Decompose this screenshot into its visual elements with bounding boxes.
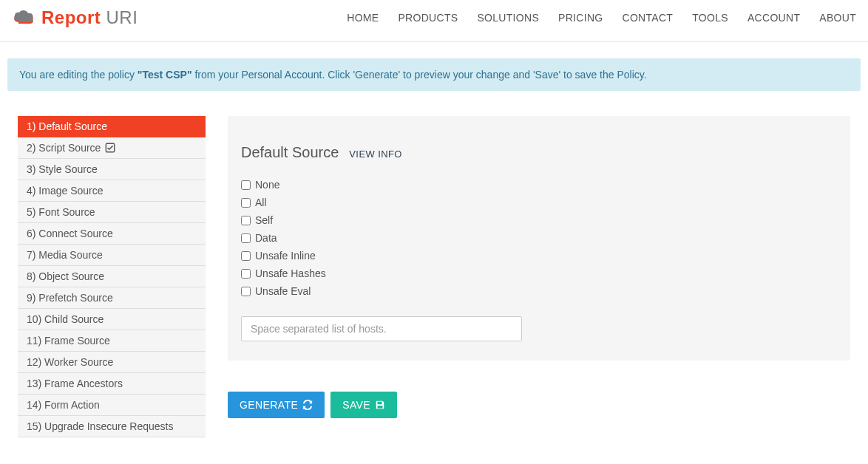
source-option-label: Self [255,214,273,226]
edit-policy-alert: You are editing the policy "Test CSP" fr… [7,58,861,91]
sidebar-item-label: 6) Connect Source [27,228,113,239]
source-option-checkbox[interactable] [241,269,251,279]
action-buttons: GENERATE SAVE [228,392,850,418]
sidebar-item[interactable]: 3) Style Source [18,159,206,180]
sidebar-item[interactable]: 11) Frame Source [18,330,206,352]
source-option-label: Unsafe Inline [255,250,316,262]
save-button[interactable]: SAVE [330,392,397,418]
sidebar-item-label: 15) Upgrade Insecure Requests [27,420,173,432]
source-option[interactable]: Unsafe Eval [241,285,837,297]
cloud-icon [12,9,37,27]
nav-products[interactable]: PRODUCTS [398,12,458,24]
sidebar-item-label: 8) Object Source [27,270,104,282]
panel-header: Default Source VIEW INFO [241,144,837,161]
sidebar-item-label: 9) Prefetch Source [27,292,113,304]
save-icon [375,400,385,410]
panel-title: Default Source [241,144,339,161]
nav-home[interactable]: HOME [347,12,379,24]
sidebar-item-label: 14) Form Action [27,399,100,411]
source-option-checkbox[interactable] [241,251,251,261]
sidebar-item[interactable]: 15) Upgrade Insecure Requests [18,416,206,437]
save-label: SAVE [342,399,370,411]
source-option[interactable]: Unsafe Hashes [241,267,837,279]
nav-account[interactable]: ACCOUNT [747,12,800,24]
sidebar-item[interactable]: 12) Worker Source [18,352,206,373]
source-option[interactable]: None [241,179,837,191]
check-icon [105,143,115,153]
source-option[interactable]: Data [241,232,837,244]
sidebar-item-label: 10) Child Source [27,313,104,325]
sidebar-item[interactable]: 13) Frame Ancestors [18,373,206,395]
sidebar-item-label: 4) Image Source [27,185,104,197]
nav-solutions[interactable]: SOLUTIONS [477,12,539,24]
source-option-checkbox[interactable] [241,287,251,296]
sidebar-item-label: 13) Frame Ancestors [27,378,123,389]
directive-panel: Default Source VIEW INFO NoneAllSelfData… [228,116,850,361]
source-options: NoneAllSelfDataUnsafe InlineUnsafe Hashe… [241,179,837,297]
sidebar-item[interactable]: 4) Image Source [18,180,206,202]
source-option-checkbox[interactable] [241,216,251,225]
sidebar-item-label: 2) Script Source [27,142,101,154]
sidebar-item-label: 3) Style Source [27,163,98,175]
sidebar-item-label: 7) Media Source [27,249,103,261]
nav-contact[interactable]: CONTACT [623,12,674,24]
source-option-checkbox[interactable] [241,180,251,190]
hosts-input[interactable] [241,316,522,341]
content: 1) Default Source2) Script Source3) Styl… [0,91,868,437]
source-option-checkbox[interactable] [241,233,251,243]
sidebar-item[interactable]: 2) Script Source [18,137,206,159]
source-option-label: Data [255,232,277,244]
source-option-label: Unsafe Eval [255,285,311,297]
generate-button[interactable]: GENERATE [228,392,325,418]
logo[interactable]: Report URI [12,7,138,28]
sidebar-item[interactable]: 1) Default Source [18,116,206,137]
sidebar-item-label: 12) Worker Source [27,356,113,368]
directive-sidebar: 1) Default Source2) Script Source3) Styl… [18,116,206,437]
source-option-label: Unsafe Hashes [255,267,326,279]
sidebar-item[interactable]: 5) Font Source [18,202,206,223]
source-option[interactable]: Self [241,214,837,226]
source-option[interactable]: All [241,197,837,208]
main-column: Default Source VIEW INFO NoneAllSelfData… [228,116,850,437]
sidebar-item[interactable]: 6) Connect Source [18,223,206,245]
source-option-label: All [255,197,267,208]
view-info-link[interactable]: VIEW INFO [349,149,402,160]
sidebar-item-label: 11) Frame Source [27,335,110,347]
sidebar-item[interactable]: 9) Prefetch Source [18,287,206,309]
generate-label: GENERATE [240,399,298,411]
nav-about[interactable]: ABOUT [819,12,856,24]
logo-text: Report URI [41,7,138,28]
nav-tools[interactable]: TOOLS [692,12,728,24]
sidebar-item-label: 1) Default Source [27,120,107,132]
main-nav: HOME PRODUCTS SOLUTIONS PRICING CONTACT … [347,12,856,24]
header: Report URI HOME PRODUCTS SOLUTIONS PRICI… [0,0,868,42]
sidebar-item[interactable]: 10) Child Source [18,309,206,330]
sidebar-item[interactable]: 7) Media Source [18,245,206,266]
refresh-icon [302,400,313,410]
sidebar-item-label: 5) Font Source [27,206,95,218]
source-option-checkbox[interactable] [241,198,251,208]
source-option[interactable]: Unsafe Inline [241,250,837,262]
sidebar-item[interactable]: 14) Form Action [18,395,206,416]
source-option-label: None [255,179,279,191]
nav-pricing[interactable]: PRICING [558,12,603,24]
sidebar-item[interactable]: 8) Object Source [18,266,206,287]
